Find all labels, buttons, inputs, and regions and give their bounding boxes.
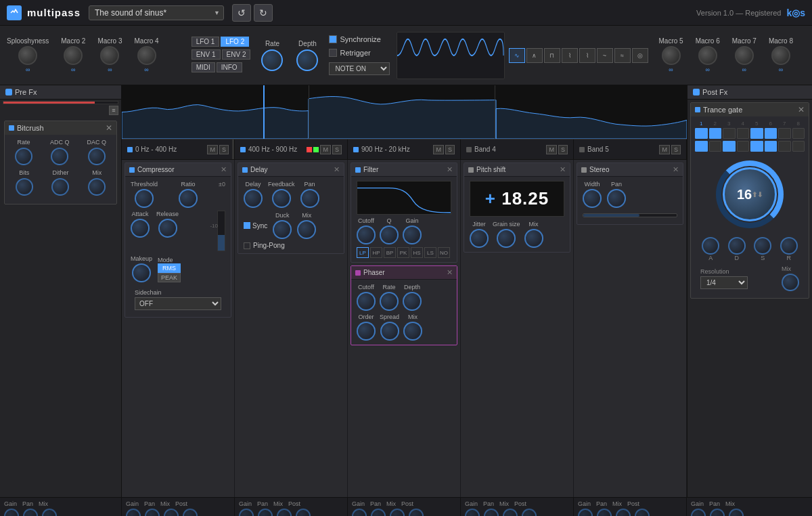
pfx-gain-knob[interactable] xyxy=(691,509,706,516)
tg-step-7[interactable] xyxy=(778,128,791,139)
b4-pan-knob[interactable] xyxy=(484,509,499,516)
lfo2-tab[interactable]: LFO 2 xyxy=(221,37,249,47)
filter-hs[interactable]: HS xyxy=(411,247,423,258)
env1-tab[interactable]: ENV 1 xyxy=(191,49,221,60)
b1-gain-knob[interactable] xyxy=(126,509,141,516)
b3-gain-knob[interactable] xyxy=(352,509,367,516)
phaser-mix-knob[interactable] xyxy=(403,322,422,341)
b3-post-knob[interactable] xyxy=(409,509,424,516)
tg-knob[interactable]: 16 ⬆⬇ xyxy=(723,167,777,221)
filter-bp[interactable]: BP xyxy=(384,247,396,258)
pitchshift-grainsize-knob[interactable] xyxy=(497,229,516,248)
prefx-gain-knob[interactable] xyxy=(4,509,19,516)
b2-mix-knob[interactable] xyxy=(277,509,292,516)
delay-pan-knob[interactable] xyxy=(300,189,319,208)
tg-step-12[interactable] xyxy=(737,141,750,152)
band1-m[interactable]: M xyxy=(207,145,218,154)
preset-selector[interactable]: The sound of sinus* xyxy=(89,5,224,20)
adsr-r-knob[interactable] xyxy=(780,237,798,255)
pitchshift-close[interactable]: ✕ xyxy=(560,165,566,174)
stereo-close[interactable]: ✕ xyxy=(673,165,679,174)
bitcrush-adcq-knob[interactable] xyxy=(51,148,68,165)
macro-1-knob[interactable] xyxy=(18,46,37,65)
tg-step-1[interactable] xyxy=(695,128,708,139)
b4-gain-knob[interactable] xyxy=(465,509,480,516)
depth-knob[interactable] xyxy=(296,49,318,71)
delay-close[interactable]: ✕ xyxy=(334,165,340,174)
wave-random[interactable]: ◎ xyxy=(632,48,648,63)
tg-step-6[interactable] xyxy=(765,128,777,139)
undo-button[interactable]: ↺ xyxy=(232,4,251,22)
b1-post-knob[interactable] xyxy=(183,509,198,516)
bitcrush-dacq-knob[interactable] xyxy=(88,148,106,165)
sidechain-select[interactable]: OFF xyxy=(135,297,221,310)
macro-7-link[interactable]: ∞ xyxy=(742,66,746,73)
phaser-enable[interactable] xyxy=(355,270,361,276)
delay-feedback-knob[interactable] xyxy=(272,189,291,208)
macro-8-link[interactable]: ∞ xyxy=(779,66,783,73)
band5-s[interactable]: S xyxy=(671,145,681,154)
macro-4-link[interactable]: ∞ xyxy=(144,66,148,73)
filter-close[interactable]: ✕ xyxy=(447,165,453,174)
env2-tab[interactable]: ENV 2 xyxy=(222,49,251,60)
band4-m[interactable]: M xyxy=(546,145,557,154)
b5-pan-knob[interactable] xyxy=(597,509,612,516)
comp-rms-btn[interactable]: RMS xyxy=(158,263,181,273)
delay-sync-cb[interactable] xyxy=(244,222,250,229)
b2-gain-knob[interactable] xyxy=(239,509,254,516)
b5-gain-knob[interactable] xyxy=(578,509,593,516)
pitchshift-mix-knob[interactable] xyxy=(524,229,543,248)
phaser-depth-knob[interactable] xyxy=(403,292,422,311)
b1-pan-knob[interactable] xyxy=(145,509,160,516)
wave-ramp[interactable]: ⌇ xyxy=(579,48,595,63)
bitcrush-mix-knob[interactable] xyxy=(88,178,106,196)
note-select[interactable]: NOTE ON xyxy=(329,62,390,75)
delay-enable[interactable] xyxy=(242,167,248,173)
macro-6-link[interactable]: ∞ xyxy=(705,66,709,73)
phaser-rate-knob[interactable] xyxy=(380,292,399,311)
bitcrush-close[interactable]: ✕ xyxy=(106,123,112,133)
wave-custom2[interactable]: ≈ xyxy=(614,48,631,63)
adsr-s-knob[interactable] xyxy=(754,237,771,255)
tg-step-9[interactable] xyxy=(695,141,708,152)
pfx-mix-knob[interactable] xyxy=(729,509,744,516)
tg-step-16[interactable] xyxy=(792,141,805,152)
wave-square[interactable]: ⊓ xyxy=(544,48,560,63)
b5-mix-knob[interactable] xyxy=(616,509,631,516)
comp-makeup-knob[interactable] xyxy=(132,263,151,282)
trance-gate-close[interactable]: ✕ xyxy=(798,105,805,114)
rate-knob[interactable] xyxy=(261,49,283,71)
wave-custom1[interactable]: ~ xyxy=(597,48,613,63)
b3-pan-knob[interactable] xyxy=(371,509,386,516)
tg-enable[interactable] xyxy=(695,107,700,112)
macro-5-link[interactable]: ∞ xyxy=(669,66,673,73)
macro-3-knob[interactable] xyxy=(100,46,119,65)
comp-peak-btn[interactable]: PEAK xyxy=(158,273,181,282)
tg-step-2[interactable] xyxy=(709,128,722,139)
phaser-cutoff-knob[interactable] xyxy=(357,292,376,311)
pitchshift-jitter-knob[interactable] xyxy=(470,229,489,248)
band2-s[interactable]: S xyxy=(332,145,342,154)
delay-time-knob[interactable] xyxy=(244,189,263,208)
tg-step-8[interactable] xyxy=(792,128,805,139)
comp-threshold-knob[interactable] xyxy=(135,189,154,208)
macro-2-knob[interactable] xyxy=(64,46,83,65)
wave-sine[interactable]: ∿ xyxy=(509,48,525,63)
band4-s[interactable]: S xyxy=(558,145,568,154)
pfx-pan-knob[interactable] xyxy=(710,509,725,516)
b3-mix-knob[interactable] xyxy=(390,509,405,516)
compressor-close[interactable]: ✕ xyxy=(221,165,227,174)
sync-checkbox[interactable] xyxy=(329,35,337,43)
bitcrush-rate-knob[interactable] xyxy=(15,148,32,165)
b2-post-knob[interactable] xyxy=(296,509,311,516)
filter-ls[interactable]: LS xyxy=(424,247,436,258)
bitcrush-enable[interactable] xyxy=(9,125,14,131)
macro-1-link[interactable]: ∞ xyxy=(26,66,30,73)
comp-attack-knob[interactable] xyxy=(131,219,150,238)
macro-4-knob[interactable] xyxy=(137,46,156,65)
tg-step-3[interactable] xyxy=(723,128,736,139)
delay-mix-knob[interactable] xyxy=(297,220,316,239)
phaser-close[interactable]: ✕ xyxy=(447,268,453,277)
phaser-order-knob[interactable] xyxy=(357,322,376,341)
filter-enable[interactable] xyxy=(355,167,361,173)
